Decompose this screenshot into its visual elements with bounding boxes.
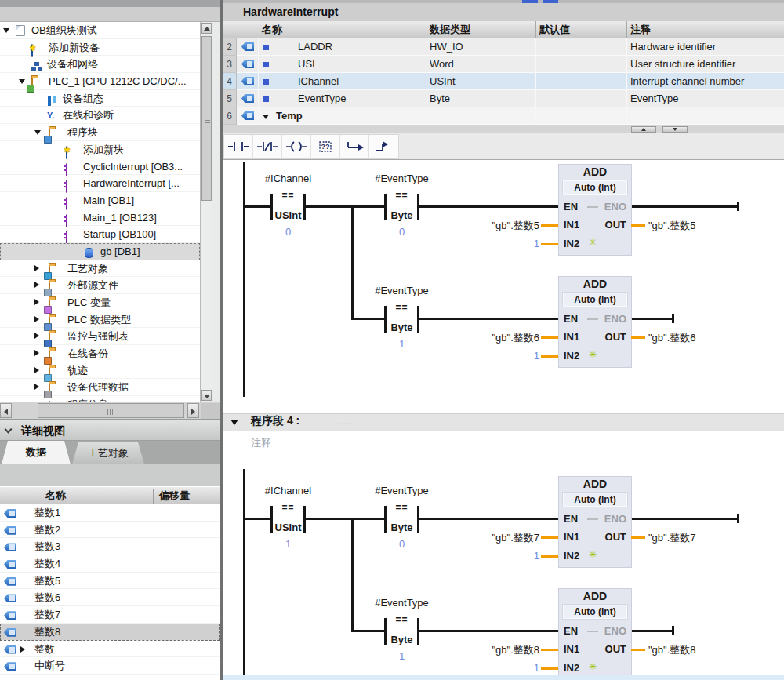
interface-row-section[interactable]: 6 Temp — [223, 107, 784, 125]
column-header-name[interactable]: 名称 — [45, 487, 66, 504]
network-comment-placeholder[interactable]: 注释 — [251, 436, 271, 450]
in1-operand[interactable]: "gb".整数5 — [409, 219, 539, 233]
expand-closed-icon[interactable] — [34, 367, 39, 373]
detail-row[interactable]: 整数5 — [0, 573, 220, 590]
tab-technology-objects[interactable]: 工艺对象 — [72, 442, 144, 464]
add-instruction-box[interactable]: ADD Auto (Int) EN ENO IN1 OUT IN2 ✳ — [558, 164, 632, 256]
interface-scroll-strip[interactable] — [223, 125, 784, 133]
tree-item-plc1[interactable]: PLC_1 [CPU 1212C DC/DC/... — [0, 73, 200, 90]
tree-horizontal-scrollbar[interactable] — [0, 402, 220, 420]
in2-operand[interactable]: 1 — [409, 238, 539, 249]
compare-value[interactable]: 0 — [263, 226, 314, 238]
network-header[interactable] — [223, 413, 784, 431]
detail-row[interactable]: 整数6 — [0, 589, 220, 606]
scroll-right-button[interactable] — [187, 403, 199, 418]
contact-operand[interactable]: #IChannel — [247, 173, 329, 184]
name-cell[interactable]: LADDR — [259, 38, 426, 56]
in1-operand[interactable]: "gb".整数6 — [409, 331, 539, 345]
name-cell[interactable]: IChannel — [259, 73, 426, 90]
scroll-thumb[interactable] — [38, 403, 184, 418]
open-branch-button[interactable] — [340, 135, 369, 158]
type-cell[interactable]: Byte — [426, 90, 536, 107]
in1-operand[interactable]: "gb".整数8 — [409, 643, 539, 657]
name-cell[interactable]: USI — [259, 56, 426, 73]
comment-cell[interactable]: EventType — [627, 90, 784, 107]
type-cell[interactable]: HW_IO — [426, 38, 536, 56]
collapse-chevron-icon[interactable] — [5, 426, 13, 434]
add-instruction-box[interactable]: ADD Auto (Int) EN ENO IN1 OUT IN2 ✳ — [558, 588, 632, 680]
name-cell[interactable]: Temp — [259, 107, 426, 125]
column-header-name[interactable]: 名称 — [259, 21, 426, 38]
scroll-up-button[interactable] — [631, 126, 656, 133]
tree-item-project-root[interactable]: OB组织块测试 — [0, 22, 200, 39]
column-header-comment[interactable]: 注释 — [627, 21, 784, 38]
tree-item-main-ob1[interactable]: Main [OB1] — [0, 192, 200, 209]
add-input-star-icon[interactable]: ✳ — [589, 549, 597, 560]
scroll-left-button[interactable] — [0, 403, 12, 418]
box-mode-selector[interactable]: Auto (Int) — [563, 293, 627, 307]
tree-item-main1-ob123[interactable]: Main_1 [OB123] — [0, 209, 200, 227]
tree-item-gb-db1[interactable]: gb [DB1] — [0, 243, 200, 260]
default-cell[interactable] — [536, 73, 627, 90]
compare-contact[interactable]: #IChannel == USInt 0 — [270, 173, 306, 240]
contact-operand[interactable]: #EventType — [361, 173, 443, 184]
contact-operand[interactable]: #EventType — [361, 597, 443, 609]
interface-row-highlighted[interactable]: 4 IChannel USInt Interrupt channel numbe… — [223, 73, 784, 90]
detail-row[interactable]: 中断号 — [0, 657, 220, 675]
detail-row[interactable]: 整数3 — [0, 538, 220, 555]
column-header-offset[interactable]: 偏移量 — [159, 487, 190, 504]
tree-vertical-scrollbar[interactable] — [200, 22, 212, 402]
tree-item-watch-force-tables[interactable]: 监控与强制表 — [0, 328, 200, 345]
tree-item-traces[interactable]: 轨迹 — [0, 362, 200, 380]
tree-item-online-diagnostics[interactable]: 在线和诊断 — [0, 107, 200, 124]
tree-item-external-sources[interactable]: 外部源文件 — [0, 277, 200, 294]
out-operand[interactable]: "gb".整数7 — [648, 531, 696, 545]
interface-row[interactable]: 5 EventType Byte EventType — [223, 90, 784, 107]
default-cell[interactable] — [536, 107, 627, 125]
comment-cell[interactable] — [627, 107, 784, 125]
tree-item-devices-networks[interactable]: 设备和网络 — [0, 56, 200, 73]
add-instruction-box[interactable]: ADD Auto (Int) EN ENO IN1 OUT IN2 ✳ — [558, 276, 632, 368]
type-cell[interactable]: Word — [426, 56, 536, 73]
expand-closed-icon[interactable] — [34, 316, 39, 322]
detail-row[interactable]: 整数1 — [0, 504, 220, 522]
scroll-thumb[interactable] — [201, 36, 212, 201]
in2-operand[interactable]: 1 — [409, 662, 539, 674]
tree-item-program-info[interactable]: 程序信息 — [0, 396, 200, 402]
in1-operand[interactable]: "gb".整数7 — [409, 531, 539, 545]
scroll-down-button[interactable] — [201, 390, 212, 401]
detail-row[interactable]: 整数4 — [0, 555, 220, 573]
tree-item-program-blocks[interactable]: 程序块 — [0, 124, 200, 141]
interface-row[interactable]: 3 USI Word User structure identifier — [223, 56, 784, 73]
detail-row-selected[interactable]: 整数8 — [0, 624, 220, 641]
default-cell[interactable] — [536, 38, 627, 56]
expand-open-icon[interactable] — [34, 130, 41, 135]
default-cell[interactable] — [536, 56, 627, 73]
expand-closed-icon[interactable] — [34, 265, 39, 271]
compare-type[interactable]: USInt — [266, 209, 310, 221]
expand-closed-icon[interactable] — [34, 384, 39, 390]
in2-operand[interactable]: 1 — [409, 550, 539, 562]
column-header-datatype[interactable]: 数据类型 — [426, 21, 536, 38]
coil-button[interactable] — [282, 135, 311, 158]
detail-row[interactable]: 整数2 — [0, 522, 220, 539]
interface-row[interactable]: 2 LADDR HW_IO Hardware identifier — [223, 38, 784, 56]
add-input-star-icon[interactable]: ✳ — [589, 237, 597, 248]
tree-item-add-block[interactable]: 添加新块 — [0, 141, 200, 158]
close-branch-button[interactable] — [369, 135, 398, 158]
out-operand[interactable]: "gb".整数8 — [648, 643, 696, 657]
compare-value[interactable]: 1 — [263, 538, 314, 550]
name-cell[interactable]: EventType — [259, 90, 426, 107]
compare-contact[interactable]: #IChannel == USInt 1 — [270, 485, 306, 552]
box-mode-selector[interactable]: Auto (Int) — [563, 493, 627, 507]
add-input-star-icon[interactable]: ✳ — [589, 349, 597, 360]
tree-item-plc-data-types[interactable]: PLC 数据类型 — [0, 311, 200, 329]
expand-closed-icon[interactable] — [20, 646, 25, 653]
tree-item-cyclic-interrupt[interactable]: CyclicInterrupt [OB3... — [0, 158, 200, 176]
scroll-down-button[interactable] — [662, 126, 688, 133]
tab-data[interactable]: 数据 — [2, 441, 71, 464]
comment-cell[interactable]: User structure identifier — [627, 56, 784, 73]
contact-operand[interactable]: #IChannel — [247, 485, 329, 496]
tree-item-device-proxy-data[interactable]: 设备代理数据 — [0, 379, 200, 396]
tree-item-plc-tags[interactable]: PLC 变量 — [0, 294, 200, 311]
